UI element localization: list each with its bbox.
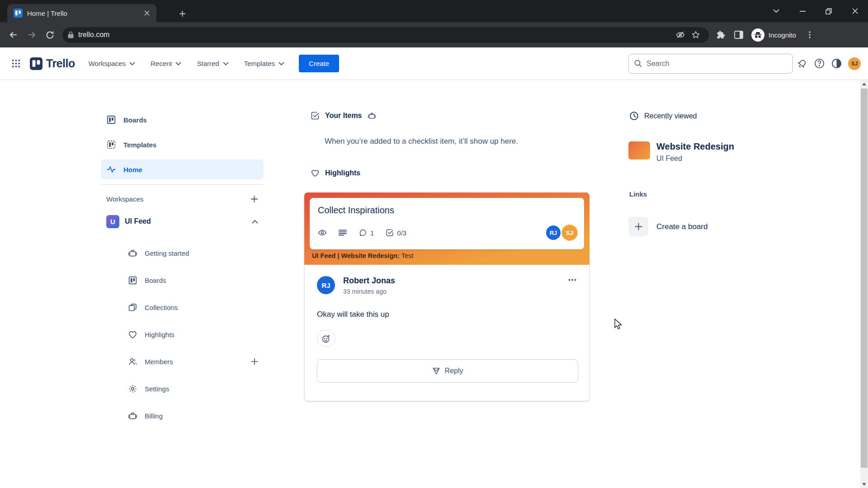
nav-menu-label: Templates: [244, 60, 275, 67]
back-icon[interactable]: [5, 26, 23, 44]
comment-menu-kebab-icon[interactable]: [566, 276, 578, 284]
notifications-bell-icon[interactable]: [794, 56, 810, 72]
page-scrollbar[interactable]: [860, 80, 868, 488]
url-bar[interactable]: trello.com: [62, 27, 709, 43]
nav-menu-recent[interactable]: Recent: [144, 55, 188, 72]
your-items-title: Your Items: [325, 112, 362, 120]
sidebar-item-boards[interactable]: Boards: [101, 110, 264, 130]
theme-contrast-icon[interactable]: [828, 56, 844, 72]
user-avatar[interactable]: SJ: [848, 57, 861, 70]
eye-off-icon[interactable]: [673, 28, 688, 42]
incognito-label: Incognito: [769, 31, 796, 39]
chevron-down-icon: [278, 62, 284, 66]
sidebar-item-home[interactable]: Home: [101, 160, 264, 179]
scrollbar-thumb[interactable]: [861, 89, 868, 468]
sidebar-item-label: Highlights: [145, 331, 175, 338]
search-box[interactable]: [628, 54, 793, 74]
trello-card-preview[interactable]: Collect Inspirations 1 0/3 RJ: [310, 198, 584, 249]
lock-icon: [68, 31, 74, 38]
trello-top-nav: Trello Workspaces Recent Starred Templat…: [0, 47, 868, 80]
billing-icon: [128, 411, 137, 421]
collections-icon: [128, 303, 137, 312]
minimize-button[interactable]: [789, 0, 816, 22]
eye-icon: [318, 229, 327, 236]
sidebar-item-templates[interactable]: Templates: [101, 135, 264, 155]
briefcase-icon: [368, 112, 376, 120]
help-icon[interactable]: [811, 56, 827, 72]
tab-search-icon[interactable]: [763, 0, 789, 22]
recently-viewed-label: Recently viewed: [644, 112, 697, 120]
reply-button[interactable]: Reply: [317, 359, 578, 383]
create-board-item[interactable]: Create a board: [628, 217, 708, 236]
sidebar-item-settings[interactable]: Settings: [101, 379, 264, 399]
highlights-header: Highlights: [311, 169, 360, 178]
workspaces-header: Workspaces: [101, 190, 264, 208]
scroll-up-arrow[interactable]: [860, 80, 868, 88]
browser-tab-strip: Home | Trello: [0, 0, 868, 22]
checkbox-icon: [311, 111, 320, 120]
checkbox-icon: [386, 229, 394, 237]
chevron-up-icon: [252, 220, 258, 224]
sidebar-item-billing[interactable]: Billing: [101, 406, 264, 426]
close-window-button[interactable]: [842, 0, 868, 22]
scroll-down-arrow[interactable]: [860, 480, 868, 488]
sidebar-item-ws-boards[interactable]: Boards: [101, 270, 264, 290]
add-member-icon[interactable]: [251, 358, 258, 365]
sidebar-item-label: Boards: [123, 116, 147, 124]
add-workspace-icon[interactable]: [250, 195, 258, 203]
app-switcher-grid-icon[interactable]: [7, 55, 24, 72]
card-badges: 1 0/3 RJ SJ: [318, 225, 577, 240]
sidebar-divider: [101, 184, 264, 185]
member-avatar[interactable]: RJ: [546, 225, 561, 240]
sidebar-item-highlights[interactable]: Highlights: [101, 324, 264, 344]
sidebar-item-collections[interactable]: Collections: [101, 297, 264, 317]
nav-menu-templates[interactable]: Templates: [238, 55, 291, 72]
forward-icon[interactable]: [23, 26, 41, 44]
sidebar-item-label: Billing: [145, 412, 163, 420]
new-tab-button[interactable]: [176, 8, 188, 19]
recently-viewed-header: Recently viewed: [629, 111, 697, 121]
nav-menu-workspaces[interactable]: Workspaces: [82, 55, 142, 72]
side-panel-icon[interactable]: [730, 26, 748, 44]
incognito-badge[interactable]: Incognito: [751, 28, 796, 42]
nav-menu-starred[interactable]: Starred: [190, 55, 235, 72]
description-badge: [339, 230, 347, 236]
highlights-title: Highlights: [325, 169, 360, 177]
activity-pulse-icon: [106, 164, 116, 174]
commenter-name[interactable]: Robert Jonas: [343, 276, 395, 286]
card-title: Collect Inspirations: [318, 205, 577, 216]
card-context-breadcrumb[interactable]: UI Feed | Website Redesign: Test: [312, 252, 413, 259]
board-icon: [128, 276, 137, 285]
comments-badge: 1: [359, 229, 374, 237]
create-button[interactable]: Create: [299, 55, 339, 72]
commenter-avatar[interactable]: RJ: [317, 276, 335, 294]
workspaces-label: Workspaces: [106, 195, 143, 203]
restore-button[interactable]: [816, 0, 842, 22]
reload-icon[interactable]: [41, 26, 59, 44]
sidebar-item-label: Home: [123, 166, 142, 174]
create-board-label: Create a board: [656, 222, 708, 231]
sidebar-item-label: Getting started: [145, 249, 189, 257]
search-input[interactable]: [646, 60, 787, 68]
browser-tab[interactable]: Home | Trello: [7, 4, 156, 22]
tab-close-icon[interactable]: [142, 8, 152, 18]
extensions-puzzle-icon[interactable]: [712, 26, 730, 44]
recent-board-workspace: UI Feed: [656, 155, 734, 163]
add-reaction-button[interactable]: [317, 330, 335, 347]
recent-board-item[interactable]: Website Redesign UI Feed: [628, 141, 823, 163]
sidebar-item-label: Members: [145, 358, 173, 366]
sidebar-item-members[interactable]: Members: [101, 352, 264, 371]
sidebar-item-label: Boards: [145, 277, 166, 284]
workspace-ui-feed[interactable]: U UI Feed: [101, 211, 264, 231]
sidebar-item-getting-started[interactable]: Getting started: [101, 243, 264, 263]
send-reply-icon: [432, 367, 440, 375]
comment-bubble-icon: [359, 229, 367, 237]
board-thumbnail: [628, 141, 650, 160]
bookmark-star-icon[interactable]: [688, 28, 703, 42]
mouse-cursor: [614, 319, 623, 330]
browser-menu-kebab-icon[interactable]: [801, 26, 819, 44]
member-avatar[interactable]: SJ: [562, 225, 577, 240]
trello-logo[interactable]: Trello: [27, 57, 80, 70]
your-items-header: Your Items: [311, 111, 376, 120]
checklist-badge: 0/3: [386, 229, 406, 237]
